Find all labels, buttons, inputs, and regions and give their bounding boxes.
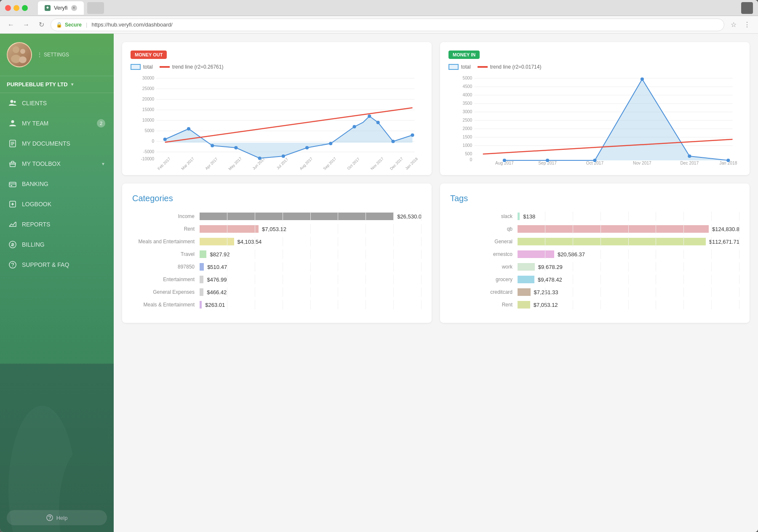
svg-point-92 [641, 77, 644, 81]
forward-button[interactable]: → [20, 19, 32, 31]
bar-label: General Expenses [132, 289, 200, 295]
sidebar-item-label-clients: CLIENTS [22, 100, 47, 106]
sidebar-footer: Help [0, 503, 114, 532]
tab-close-button[interactable]: × [71, 5, 77, 11]
trend-legend-line-in [478, 66, 488, 68]
bar-row: work $9,678.29 [450, 262, 739, 271]
favicon-icon [45, 5, 51, 11]
sidebar-item-toolbox[interactable]: MY TOOLBOX ▼ [0, 154, 114, 174]
company-name-text: PURPLEBLUE PTY LTD [7, 81, 68, 88]
avatar [7, 42, 32, 67]
bar-label: ernestco [450, 251, 518, 257]
banking-icon [8, 180, 17, 188]
menu-button[interactable]: ⋮ [741, 19, 753, 31]
bar-label: Meals & Entertainment [132, 302, 200, 308]
tags-bars: slack $138 qb $124,830.8 General [450, 212, 739, 309]
svg-text:Oct 2017: Oct 2017 [347, 157, 360, 171]
tab-bar: Veryfi × [38, 1, 738, 15]
total-legend-box-in [448, 64, 459, 70]
svg-point-17 [12, 266, 13, 267]
bar-row: grocery $9,478.42 [450, 275, 739, 284]
svg-text:4000: 4000 [462, 93, 472, 97]
bar-track: $476.99 [200, 275, 422, 284]
billing-icon [8, 240, 17, 249]
bar-track: $26,530.0 [200, 212, 422, 221]
sidebar-item-label-reports: REPORTS [22, 221, 50, 228]
bar-row: Meals & Entertainment $263.01 [132, 300, 422, 309]
sidebar-item-support[interactable]: SUPPORT & FAQ [0, 255, 114, 275]
settings-link[interactable]: ⋮ SETTINGS [37, 52, 69, 58]
bar-track: $138 [518, 212, 739, 221]
svg-text:2000: 2000 [462, 126, 472, 131]
bar-row: qb $124,830.8 [450, 224, 739, 234]
tab-title: Veryfi [54, 5, 68, 11]
sidebar-item-label-banking: BANKING [22, 181, 48, 187]
bar-label: slack [450, 213, 518, 219]
svg-text:Feb 2017: Feb 2017 [157, 157, 171, 171]
svg-text:Mar 2017: Mar 2017 [181, 157, 195, 171]
minimize-button[interactable] [13, 5, 19, 11]
sidebar-item-logbook[interactable]: LOGBOOK [0, 194, 114, 214]
bar-label: 897850 [132, 264, 200, 270]
money-in-legend: total trend line (r2=0.01714) [448, 64, 741, 70]
bar-row: slack $138 [450, 212, 739, 221]
bar-track: $466.42 [200, 287, 422, 297]
sidebar-item-billing[interactable]: BILLING [0, 234, 114, 255]
active-tab[interactable]: Veryfi × [38, 1, 84, 15]
help-button[interactable]: Help [7, 510, 107, 525]
extensions-icon[interactable] [741, 2, 753, 14]
bar-label: Rent [450, 302, 518, 308]
settings-dots: ⋮ [37, 52, 42, 58]
svg-point-19 [49, 519, 50, 520]
svg-text:3000: 3000 [462, 109, 472, 114]
company-selector[interactable]: PURPLEBLUE PTY LTD ▼ [0, 76, 114, 93]
svg-point-55 [305, 146, 309, 149]
svg-text:15000: 15000 [142, 107, 155, 112]
sidebar-item-banking[interactable]: BANKING [0, 174, 114, 194]
refresh-button[interactable]: ↻ [35, 19, 47, 31]
toolbox-chevron-icon: ▼ [101, 162, 105, 166]
bar-row: Rent $7,053.12 [450, 300, 739, 309]
tags-card: Tags slack $138 qb $124,830.8 General [440, 184, 750, 323]
sidebar-item-myteam[interactable]: MY TEAM 2 [0, 113, 114, 133]
back-button[interactable]: ← [5, 19, 17, 31]
svg-point-5 [14, 101, 16, 103]
sidebar-item-label-logbook: LOGBOOK [22, 201, 51, 207]
company-chevron-icon: ▼ [70, 82, 75, 87]
bar-track: $4,103.54 [200, 237, 422, 246]
svg-text:-10000: -10000 [141, 157, 154, 161]
sidebar-item-label-support: SUPPORT & FAQ [22, 261, 69, 268]
money-in-card: MONEY IN total trend line (r2=0.01714) [440, 42, 750, 175]
svg-rect-12 [9, 182, 16, 187]
bar-row: 897850 $510.47 [132, 262, 422, 271]
bookmark-button[interactable]: ☆ [728, 19, 739, 31]
svg-text:2500: 2500 [462, 118, 472, 122]
team-badge: 2 [97, 119, 105, 128]
help-label: Help [56, 515, 68, 521]
svg-point-3 [19, 56, 27, 63]
maximize-button[interactable] [22, 5, 28, 11]
svg-point-0 [13, 46, 19, 53]
sidebar-item-reports[interactable]: REPORTS [0, 214, 114, 234]
money-in-badge: MONEY IN [448, 51, 480, 59]
svg-point-53 [258, 157, 262, 160]
svg-point-16 [9, 261, 16, 268]
app-container: ⋮ SETTINGS PURPLEBLUE PTY LTD ▼ [0, 34, 758, 532]
main-content: MONEY OUT total trend line (r2=0.26761) [114, 34, 758, 532]
svg-point-61 [411, 133, 414, 137]
bar-track: $7,053.12 [518, 300, 739, 309]
bar-row: ernestco $20,586.37 [450, 250, 739, 259]
svg-point-4 [11, 100, 13, 103]
tags-title: Tags [450, 194, 739, 203]
svg-text:Sep 2017: Sep 2017 [323, 157, 337, 171]
svg-text:Nov 2017: Nov 2017 [633, 161, 651, 165]
sidebar-item-mydocuments[interactable]: MY DOCUMENTS [0, 133, 114, 154]
trend-legend-label-in: trend line (r2=0.01714) [490, 64, 542, 70]
bar-label: qb [450, 226, 518, 232]
svg-point-91 [593, 159, 596, 162]
bar-label: Rent [132, 226, 200, 232]
sidebar-item-clients[interactable]: CLIENTS [0, 93, 114, 113]
close-button[interactable] [5, 5, 11, 11]
address-bar[interactable]: 🔒 Secure | https://hub.veryfi.com/dashbo… [51, 19, 724, 31]
svg-point-54 [282, 154, 285, 158]
